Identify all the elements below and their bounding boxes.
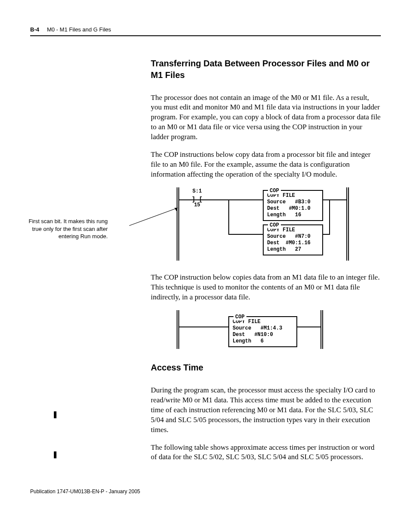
instruction-source: Source #B3:0 xyxy=(267,199,319,205)
instruction-length: Length 6 xyxy=(233,338,293,345)
paragraph: The COP instruction below copies data fr… xyxy=(151,273,381,302)
instruction-mnemonic: COP xyxy=(268,187,281,194)
ladder-diagram-1: First scan bit. It makes this rung true … xyxy=(151,187,381,261)
instruction-box-cop-2: COP COPY FILE Source #N7:0 Dest #M0:1.16… xyxy=(263,224,323,255)
instruction-box-cop-1: COP COPY FILE Source #B3:0 Dest #M0:1.0 … xyxy=(263,190,323,221)
instruction-dest: Dest #N10:0 xyxy=(233,332,293,338)
header-rule xyxy=(30,35,381,36)
section-heading-access-time: Access Time xyxy=(151,362,381,373)
section-heading-transferring: Transferring Data Between Processor File… xyxy=(151,58,381,81)
paragraph: During the program scan, the processor m… xyxy=(151,386,381,435)
leader-arrow-icon xyxy=(129,205,181,230)
instruction-source: Source #M1:4.3 xyxy=(233,325,293,332)
paragraph-text: During the program scan, the processor m… xyxy=(151,386,375,434)
instruction-length: Length 27 xyxy=(267,246,319,253)
running-header: B-4 M0 - M1 Files and G Files xyxy=(30,26,381,34)
instruction-box-cop-3: COP COPY FILE Source #M1:4.3 Dest #N10:0… xyxy=(228,316,297,347)
header-title: M0 - M1 Files and G Files xyxy=(47,26,111,34)
instruction-dest: Dest #M0:1.0 xyxy=(267,205,319,212)
instruction-source: Source #N7:0 xyxy=(267,233,319,240)
publication-footer: Publication 1747-UM013B-EN-P - January 2… xyxy=(30,488,381,495)
instruction-mnemonic: COP xyxy=(234,314,246,320)
contact-address: S:1 xyxy=(193,188,202,195)
revision-bar-icon xyxy=(54,451,56,458)
paragraph: The processor does not contain an image … xyxy=(151,93,381,143)
instruction-mnemonic: COP xyxy=(268,222,281,229)
svg-marker-1 xyxy=(174,208,178,212)
paragraph-text: The following table shows approximate ac… xyxy=(151,443,374,461)
xic-contact: S:1 ] [ 15 xyxy=(192,196,202,204)
paragraph: The following table shows approximate ac… xyxy=(151,443,381,463)
contact-bit: 15 xyxy=(194,202,200,208)
svg-line-0 xyxy=(129,208,178,226)
revision-bar-icon xyxy=(54,411,56,418)
paragraph: The COP instructions below copy data fro… xyxy=(151,150,381,180)
instruction-dest: Dest #M0:1.16 xyxy=(267,240,319,246)
page-number: B-4 xyxy=(30,26,39,34)
sidenote-first-scan: First scan bit. It makes this rung true … xyxy=(22,218,108,240)
instruction-length: Length 16 xyxy=(267,212,319,218)
ladder-diagram-2: COP COPY FILE Source #M1:4.3 Dest #N10:0… xyxy=(151,310,381,349)
